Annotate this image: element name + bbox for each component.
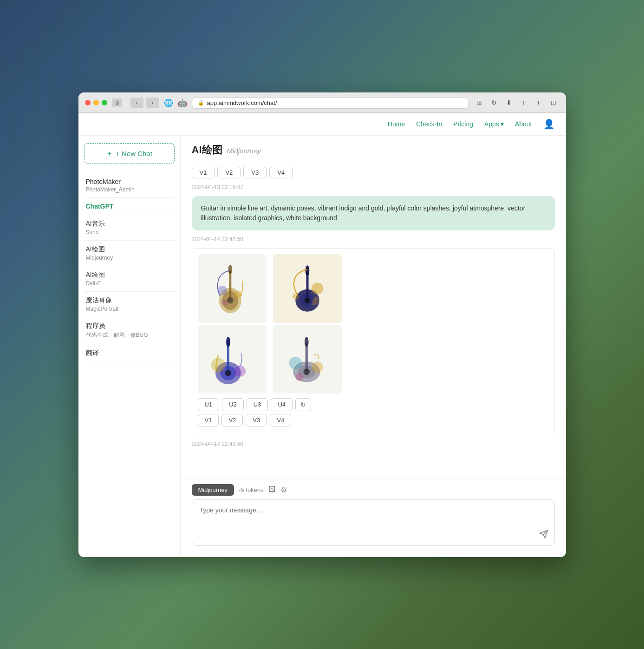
new-tab-button[interactable]: + bbox=[533, 98, 545, 108]
sidebar-item-title: ChatGPT bbox=[86, 203, 173, 210]
back-button[interactable]: ‹ bbox=[130, 98, 143, 108]
image-grid-container: U1 U2 U3 U4 ↻ V1 V2 V3 V4 bbox=[192, 248, 555, 435]
svg-point-27 bbox=[289, 356, 301, 369]
favicon-bot-icon: 🤖 bbox=[178, 98, 187, 107]
sidebar-item-title: AI音乐 bbox=[86, 220, 173, 228]
v4-button-top[interactable]: V4 bbox=[269, 167, 293, 178]
u2-button[interactable]: U2 bbox=[222, 398, 244, 411]
svg-point-3 bbox=[228, 264, 232, 274]
svg-point-29 bbox=[295, 373, 303, 381]
download-button[interactable]: ⬇ bbox=[503, 98, 515, 108]
sidebar-item-subtitle: MagicPortrait bbox=[86, 306, 173, 312]
svg-rect-24 bbox=[305, 343, 307, 372]
url-text: app.aimindwork.com/chat/ bbox=[207, 99, 277, 106]
browser-window: ⊞ ‹ › 🌐 🤖 🔒 app.aimindwork.com/chat/ ⊞ ↻… bbox=[78, 92, 566, 557]
lock-icon: 🔒 bbox=[198, 100, 204, 106]
input-toolbar: Midjourney -5 tokens 🖼 ⚙ bbox=[192, 484, 555, 496]
sidebar-item-subtitle: Suno bbox=[86, 229, 173, 236]
svg-rect-2 bbox=[229, 270, 231, 300]
sidebar-item-subtitle: PhotoMaker_Admin bbox=[86, 186, 173, 193]
v3-button[interactable]: V3 bbox=[246, 414, 267, 426]
favicon-globe-icon: 🌐 bbox=[164, 98, 173, 107]
app-content: Home Check-In Pricing Apps ▾ About 👤 ＋ +… bbox=[78, 113, 566, 557]
nav-about[interactable]: About bbox=[515, 120, 532, 128]
sidebar-item-magicportrait[interactable]: 魔法肖像 MagicPortrait bbox=[84, 292, 175, 317]
sidebar-item-title: AI绘图 bbox=[86, 271, 173, 279]
v1-button[interactable]: V1 bbox=[198, 414, 219, 426]
v4-button[interactable]: V4 bbox=[270, 414, 291, 426]
refresh-browser-button[interactable]: ↻ bbox=[488, 98, 500, 108]
sidebar-item-title: PhotoMaker bbox=[86, 178, 173, 185]
timestamp-1: 2024-04-13 22:15:47 bbox=[192, 184, 555, 190]
v3-button-top[interactable]: V3 bbox=[243, 167, 267, 178]
browser-chrome: ⊞ ‹ › 🌐 🤖 🔒 app.aimindwork.com/chat/ ⊞ ↻… bbox=[78, 92, 566, 113]
sidebar-item-photomaker[interactable]: PhotoMaker PhotoMaker_Admin bbox=[84, 173, 175, 198]
svg-point-25 bbox=[305, 337, 309, 347]
svg-rect-17 bbox=[227, 343, 229, 373]
new-chat-button[interactable]: ＋ + New Chat bbox=[84, 143, 175, 164]
sidebar-item-title: 程序员 bbox=[86, 322, 173, 330]
svg-point-7 bbox=[221, 299, 228, 306]
u3-button[interactable]: U3 bbox=[247, 398, 268, 411]
v2-button-top[interactable]: V2 bbox=[217, 167, 241, 178]
sidebar-item-translate[interactable]: 翻译 bbox=[84, 344, 175, 362]
timestamp-3: 2024-04-14 22:43:40 bbox=[192, 441, 555, 447]
nav-pricing[interactable]: Pricing bbox=[453, 120, 473, 128]
share-button[interactable]: ↑ bbox=[518, 98, 530, 108]
sidebar: ＋ + New Chat PhotoMaker PhotoMaker_Admin… bbox=[78, 136, 181, 557]
send-button[interactable] bbox=[539, 530, 548, 541]
forward-button[interactable]: › bbox=[146, 98, 159, 108]
chevron-down-icon: ▾ bbox=[501, 120, 504, 128]
sidebar-item-title: 魔法肖像 bbox=[86, 296, 173, 305]
maximize-button[interactable] bbox=[102, 100, 107, 105]
u1-button[interactable]: U1 bbox=[198, 398, 220, 411]
guitar-image-2[interactable] bbox=[273, 254, 342, 323]
svg-point-11 bbox=[305, 265, 309, 275]
mode-badge[interactable]: Midjourney bbox=[192, 484, 234, 496]
svg-point-26 bbox=[303, 368, 310, 375]
user-account-icon[interactable]: 👤 bbox=[543, 118, 555, 130]
guitar-image-1[interactable] bbox=[198, 254, 267, 323]
sidebar-item-programmer[interactable]: 程序员 代码生成、解释、修BUG bbox=[84, 317, 175, 344]
version-buttons-row-1: V1 V2 V3 V4 bbox=[192, 167, 555, 178]
close-button[interactable] bbox=[85, 100, 91, 105]
browser-actions: ⊞ ↻ ⬇ ↑ + ⊡ bbox=[473, 98, 559, 108]
version-buttons-row-2: V1 V2 V3 V4 bbox=[198, 414, 549, 426]
plus-icon: ＋ bbox=[106, 149, 113, 158]
chat-subtitle: Midjourney bbox=[227, 147, 261, 155]
minimize-button[interactable] bbox=[93, 100, 99, 105]
svg-point-19 bbox=[225, 370, 231, 376]
chat-title: AI绘图 bbox=[192, 143, 222, 157]
image-attach-button[interactable]: 🖼 bbox=[268, 485, 276, 494]
sidebar-item-aimusic[interactable]: AI音乐 Suno bbox=[84, 215, 175, 241]
sidebar-item-chatgpt[interactable]: ChatGPT bbox=[84, 198, 175, 215]
settings-button[interactable]: ⚙ bbox=[280, 485, 287, 494]
svg-point-28 bbox=[312, 361, 323, 373]
regenerate-button[interactable]: ↻ bbox=[295, 398, 311, 411]
chat-area: AI绘图 Midjourney V1 V2 V3 V4 2024-04-13 2… bbox=[181, 136, 566, 557]
message-input[interactable] bbox=[192, 499, 555, 546]
translate-button[interactable]: ⊞ bbox=[473, 98, 485, 108]
svg-point-14 bbox=[292, 293, 299, 300]
url-bar[interactable]: 🔒 app.aimindwork.com/chat/ bbox=[192, 97, 468, 109]
svg-point-20 bbox=[211, 358, 225, 372]
nav-home[interactable]: Home bbox=[388, 120, 405, 128]
v2-button[interactable]: V2 bbox=[221, 414, 243, 426]
nav-apps[interactable]: Apps ▾ bbox=[484, 120, 504, 128]
main-layout: ＋ + New Chat PhotoMaker PhotoMaker_Admin… bbox=[78, 136, 566, 557]
u4-button[interactable]: U4 bbox=[271, 398, 293, 411]
guitar-image-3[interactable] bbox=[198, 325, 267, 393]
sidebar-toggle-button[interactable]: ⊞ bbox=[112, 98, 122, 107]
upscale-buttons-row: U1 U2 U3 U4 ↻ bbox=[198, 398, 549, 411]
svg-point-4 bbox=[227, 297, 233, 303]
sidebar-item-dalle[interactable]: AI绘图 Dall-E bbox=[84, 266, 175, 292]
svg-point-6 bbox=[234, 290, 242, 298]
nav-checkin[interactable]: Check-In bbox=[416, 120, 442, 128]
tabs-overview-button[interactable]: ⊡ bbox=[547, 98, 559, 108]
v1-button-top[interactable]: V1 bbox=[192, 167, 215, 178]
svg-point-5 bbox=[217, 286, 227, 295]
chat-header: AI绘图 Midjourney bbox=[181, 136, 566, 161]
sidebar-item-subtitle: Dall-E bbox=[86, 280, 173, 287]
sidebar-item-midjourney[interactable]: AI绘图 Midjourney bbox=[84, 241, 175, 266]
guitar-image-4[interactable] bbox=[273, 325, 342, 393]
